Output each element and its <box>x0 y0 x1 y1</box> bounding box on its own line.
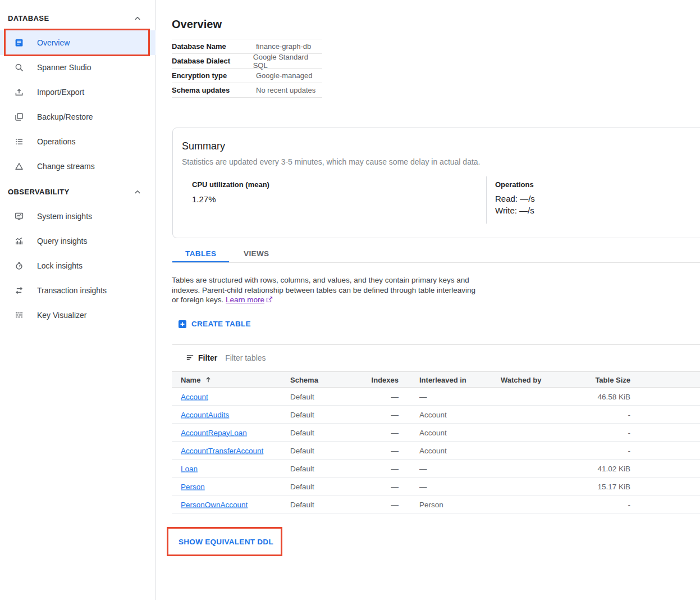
details-label: Encryption type <box>172 71 256 80</box>
chevron-up-icon[interactable] <box>132 187 143 197</box>
sidebar-item-backup-restore[interactable]: Backup/Restore <box>0 104 155 129</box>
table-row: Person Default — — 15.17 KiB <box>172 478 700 496</box>
cell-table-size: - <box>537 410 630 419</box>
table-row: AccountRepayLoan Default — Account - <box>172 424 700 442</box>
chevron-up-icon[interactable] <box>132 13 143 24</box>
sidebar-item-lock-insights[interactable]: Lock insights <box>0 253 155 278</box>
sidebar-item-change-streams[interactable]: Change streams <box>0 154 155 179</box>
cell-table-size: 46.58 KiB <box>537 392 630 401</box>
sidebar-section-database: DATABASE <box>8 14 49 22</box>
summary-card: Summary Statistics are updated every 3-5… <box>172 128 700 238</box>
cell-schema: Default <box>290 482 314 490</box>
stats-divider <box>486 176 487 224</box>
details-label: Schema updates <box>172 86 256 94</box>
query-insights-chart-icon <box>14 236 24 246</box>
cell-table-size: 15.17 KiB <box>537 482 630 490</box>
table-row: PersonOwnAccount Default — Person - <box>172 496 700 513</box>
key-visualizer-grid-icon <box>14 310 24 320</box>
cell-interleaved-in: — <box>419 482 427 490</box>
operations-stat: Operations Read: —/s Write: —/s <box>495 180 535 215</box>
cell-schema: Default <box>290 428 314 437</box>
column-header-indexes: Indexes <box>357 375 399 384</box>
sidebar-item-system-insights[interactable]: System insights <box>0 204 155 229</box>
cell-interleaved-in: Account <box>419 410 447 419</box>
external-link-icon <box>266 296 273 303</box>
summary-title: Summary <box>182 140 225 152</box>
sidebar-item-label: Change streams <box>37 162 95 171</box>
details-label: Database Dialect <box>172 57 253 65</box>
sidebar-item-label: Overview <box>37 38 70 47</box>
cell-interleaved-in: — <box>419 392 427 401</box>
section-divider <box>172 344 700 345</box>
cell-indexes: — <box>357 464 399 472</box>
details-value: finance-graph-db <box>256 42 311 51</box>
cell-indexes: — <box>357 500 399 508</box>
database-details-table: Database Name finance-graph-db Database … <box>172 39 322 98</box>
table-link-person[interactable]: Person <box>181 482 205 490</box>
table-link-accountaudits[interactable]: AccountAudits <box>181 410 229 419</box>
filter-tables-input[interactable] <box>225 353 360 362</box>
transaction-arrows-icon <box>14 285 24 296</box>
sidebar-item-query-insights[interactable]: Query insights <box>0 229 155 253</box>
column-header-table-size: Table Size <box>537 375 630 384</box>
upload-icon <box>14 87 24 97</box>
sidebar-item-spanner-studio[interactable]: Spanner Studio <box>0 55 155 80</box>
details-row: Encryption type Google-managed <box>172 69 322 83</box>
sidebar-item-label: Lock insights <box>37 261 83 270</box>
cpu-utilization-value: 1.27% <box>192 194 269 204</box>
cell-schema: Default <box>290 464 314 472</box>
sidebar-item-label: Key Visualizer <box>37 311 86 320</box>
table-row: AccountTransferAccount Default — Account… <box>172 442 700 460</box>
operations-write-value: Write: —/s <box>495 206 535 215</box>
filter-icon[interactable] <box>185 353 195 363</box>
sidebar-item-key-visualizer[interactable]: Key Visualizer <box>0 303 155 328</box>
sidebar-item-label: Query insights <box>37 237 87 246</box>
column-header-schema: Schema <box>290 375 318 384</box>
table-link-personownaccount[interactable]: PersonOwnAccount <box>181 500 248 508</box>
cell-schema: Default <box>290 500 314 508</box>
operations-read-value: Read: —/s <box>495 194 535 203</box>
table-row: Loan Default — — 41.02 KiB <box>172 460 700 478</box>
create-table-button[interactable]: CREATE TABLE <box>179 320 251 328</box>
summary-subtitle: Statistics are updated every 3-5 minutes… <box>182 157 481 166</box>
tables-list: Name Schema Indexes Interleaved in Watch… <box>172 371 700 513</box>
details-value: Google Standard SQL <box>253 53 322 70</box>
operations-label: Operations <box>495 180 535 189</box>
column-header-interleaved-in: Interleaved in <box>419 375 466 384</box>
cell-table-size: - <box>537 428 630 437</box>
table-link-loan[interactable]: Loan <box>181 464 198 472</box>
table-link-accountrepayloan[interactable]: AccountRepayLoan <box>181 428 247 437</box>
lock-insights-stopwatch-icon <box>14 261 24 271</box>
system-insights-monitor-icon <box>14 211 24 221</box>
tab-tables[interactable]: TABLES <box>185 249 216 258</box>
learn-more-link[interactable]: Learn more <box>226 296 264 304</box>
tables-description-text: Tables are structured with rows, columns… <box>172 276 475 304</box>
cpu-utilization-stat: CPU utilization (mean) 1.27% <box>192 180 269 204</box>
table-link-account[interactable]: Account <box>181 392 208 401</box>
details-row: Database Dialect Google Standard SQL <box>172 54 322 69</box>
sidebar-item-import-export[interactable]: Import/Export <box>0 80 155 104</box>
operations-list-icon <box>14 137 24 147</box>
plus-square-icon <box>179 320 186 328</box>
table-header-row: Name Schema Indexes Interleaved in Watch… <box>172 371 700 388</box>
filter-bar: Filter <box>185 352 360 363</box>
sidebar-item-overview[interactable]: Overview <box>0 30 155 55</box>
cell-interleaved-in: Account <box>419 428 447 437</box>
cell-table-size: - <box>537 500 630 508</box>
column-header-name[interactable]: Name <box>181 375 212 384</box>
cell-schema: Default <box>290 392 314 401</box>
cpu-utilization-label: CPU utilization (mean) <box>192 180 269 189</box>
change-streams-triangle-icon <box>14 161 24 171</box>
page-title: Overview <box>172 17 222 31</box>
sidebar-item-transaction-insights[interactable]: Transaction insights <box>0 278 155 303</box>
table-link-accounttransferaccount[interactable]: AccountTransferAccount <box>181 446 263 454</box>
backup-restore-icon <box>14 112 24 122</box>
tab-views[interactable]: VIEWS <box>244 249 269 258</box>
sort-ascending-icon <box>204 376 212 384</box>
table-row: AccountAudits Default — Account - <box>172 406 700 424</box>
cell-indexes: — <box>357 410 399 419</box>
details-row: Schema updates No recent updates <box>172 83 322 98</box>
show-equivalent-ddl-button[interactable]: SHOW EQUIVALENT DDL <box>179 538 273 546</box>
sidebar-item-operations[interactable]: Operations <box>0 129 155 154</box>
sidebar-item-label: Import/Export <box>37 88 84 97</box>
